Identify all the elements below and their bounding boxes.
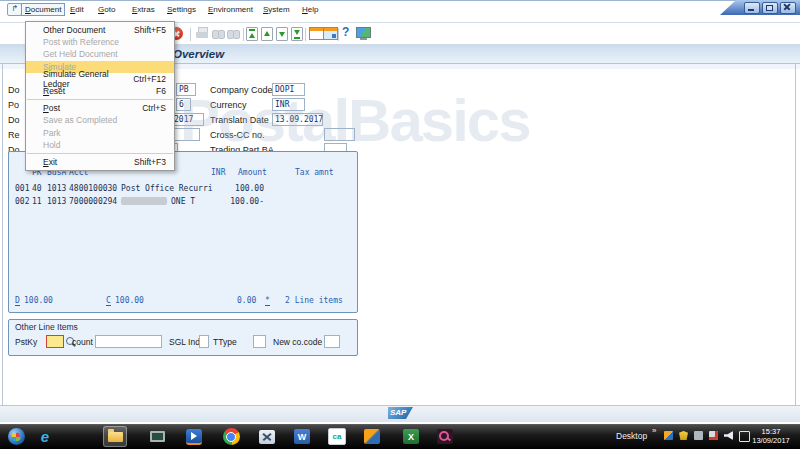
help-icon[interactable]: ? [342, 25, 349, 39]
col-header-amount: Amount [238, 168, 267, 177]
menu-item-post-with-reference[interactable]: Post with Reference [26, 36, 174, 48]
cross-cc-label: Cross-CC no. [210, 130, 265, 140]
clock-time: 15:37 [745, 427, 797, 436]
row-pk: 11 [32, 197, 42, 206]
cross-cc-field[interactable] [324, 128, 355, 141]
ca-icon: ca [328, 428, 346, 445]
menubar-item-extras[interactable]: Extras [132, 5, 155, 14]
internet-explorer-icon: e [41, 428, 49, 445]
taskbar-media-player[interactable] [182, 426, 206, 447]
tray-shield-icon[interactable] [679, 431, 688, 440]
menubar-item-help[interactable]: Help [302, 5, 318, 14]
taskbar-excel[interactable]: X [399, 426, 423, 447]
doc-type-field[interactable]: PB [176, 83, 196, 96]
taskbar-word[interactable]: W [290, 426, 314, 447]
chevron-icon[interactable]: » [652, 426, 656, 435]
desktop-toolbar[interactable]: Desktop [616, 431, 647, 441]
toolbar-separator [243, 28, 244, 41]
company-code-field[interactable]: DOPI [272, 83, 305, 96]
find-icon[interactable] [212, 29, 225, 39]
ttype-field[interactable] [253, 335, 266, 348]
close-button[interactable] [780, 2, 796, 14]
row-amount: 100.00- [202, 197, 264, 206]
taskbar-explorer-active[interactable] [103, 426, 127, 447]
clock-date: 13/09/2017 [745, 436, 797, 445]
fiscal-year-field[interactable]: 2017 [171, 113, 204, 126]
ttype-label: TType [213, 337, 237, 347]
taskbar-access[interactable] [433, 426, 457, 447]
field-label-fragment: Do [8, 115, 20, 125]
translation-date-field[interactable]: 13.09.2017 [272, 113, 323, 126]
menu-item-save-as-completed[interactable]: Save as Completed [26, 114, 174, 126]
pstky-field[interactable] [46, 335, 64, 348]
menubar-item-document[interactable]: Document [21, 3, 65, 16]
menubar-item-goto[interactable]: Goto [98, 5, 115, 14]
menu-item-post[interactable]: PostCtrl+S [26, 102, 174, 114]
taskbar-sap-logon[interactable] [360, 426, 384, 447]
next-page-icon[interactable] [276, 27, 288, 41]
taskbar-internet-explorer[interactable]: e [33, 426, 57, 447]
word-icon: W [294, 429, 310, 444]
period-field[interactable]: 6 [176, 98, 191, 111]
firefox-icon [74, 428, 91, 445]
totals-credit: 100.00 [115, 296, 144, 305]
menu-item-get-held-document[interactable]: Get Held Document [26, 48, 174, 60]
content-right-border [795, 64, 796, 421]
toolbar-separator [338, 28, 339, 41]
row-account: 7000000294 [69, 197, 117, 206]
access-key-icon [437, 429, 453, 444]
field-label-fragment: Po [8, 100, 19, 110]
sgl-ind-label: SGL Ind [169, 337, 200, 347]
window-top-border [0, 0, 800, 1]
tray-settings-icon[interactable] [694, 431, 703, 440]
menu-item-other-document[interactable]: Other DocumentShift+F5 [26, 24, 174, 36]
print-icon[interactable] [196, 27, 208, 39]
scissors-icon [259, 430, 275, 444]
row-busa: 1013 [47, 197, 66, 206]
menu-separator [27, 153, 173, 154]
menubar-item-settings[interactable]: Settings [167, 5, 196, 14]
previous-page-icon[interactable] [261, 27, 273, 41]
first-page-icon[interactable] [246, 27, 258, 41]
menubar-item-environment[interactable]: Environment [208, 5, 253, 14]
restore-button[interactable] [762, 2, 778, 14]
tray-app-icon[interactable] [664, 431, 673, 440]
menu-separator [27, 99, 173, 100]
currency-field[interactable]: INR [272, 98, 305, 111]
folder-icon [108, 432, 123, 442]
start-button[interactable] [4, 426, 28, 447]
system-menu-icon[interactable]: ↱ [7, 3, 22, 16]
menubar-item-edit[interactable]: Edit [70, 5, 84, 14]
sap-logon-icon [364, 429, 380, 444]
page-title: Overview [173, 48, 224, 60]
totals-balance-mark: * [265, 296, 270, 306]
account-label: count [72, 337, 93, 347]
field-label-fragment: Do [8, 85, 20, 95]
menu-item-simulate-general-ledger[interactable]: Simulate General LedgerCtrl+F12 [26, 73, 174, 85]
tray-flag-icon[interactable] [709, 431, 718, 440]
taskbar-clock[interactable]: 15:37 13/09/2017 [745, 427, 797, 445]
taskbar-ca[interactable]: ca [325, 426, 349, 447]
last-page-icon[interactable] [291, 27, 303, 41]
menu-item-park[interactable]: Park [26, 127, 174, 139]
find-next-icon[interactable] [227, 29, 240, 39]
taskbar-snipping-tool[interactable] [255, 426, 279, 447]
new-co-code-field[interactable] [324, 335, 340, 348]
new-session-icon[interactable] [309, 27, 324, 40]
translation-date-label: Translatn Date [210, 115, 269, 125]
row-account: 4800100030 [69, 184, 117, 193]
customize-layout-icon[interactable] [356, 27, 371, 38]
taskbar-firefox[interactable] [70, 426, 94, 447]
menubar-item-system[interactable]: System [263, 5, 290, 14]
taskbar-chrome[interactable] [219, 426, 243, 447]
sgl-ind-field[interactable] [199, 335, 209, 348]
menu-item-exit[interactable]: ExitShift+F3 [26, 156, 174, 168]
minimize-button[interactable] [744, 2, 760, 14]
totals-debit-label: D [15, 296, 20, 306]
create-shortcut-icon[interactable] [323, 27, 338, 40]
menu-item-hold[interactable]: Hold [26, 139, 174, 151]
account-field[interactable] [95, 335, 162, 348]
toolbar-separator [305, 28, 306, 41]
toolbar-separator [190, 28, 191, 41]
taskbar-remote-desktop[interactable] [145, 426, 169, 447]
